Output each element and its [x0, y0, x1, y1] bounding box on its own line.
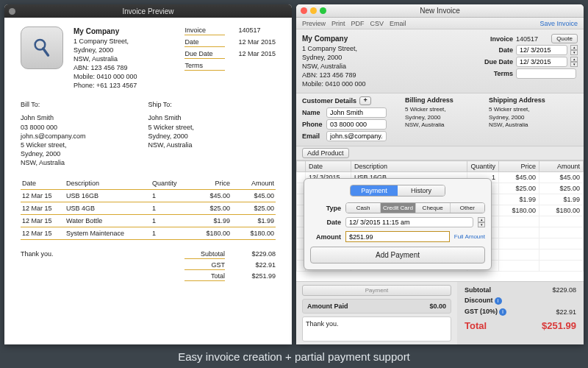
- tab-history: History: [398, 185, 445, 196]
- customer-name-input[interactable]: [326, 107, 387, 118]
- toolbar-csv[interactable]: CSV: [370, 20, 384, 27]
- date-input[interactable]: [516, 45, 567, 55]
- editor-titlebar: New Invoice: [296, 4, 584, 18]
- close-icon[interactable]: [301, 7, 307, 14]
- editor-company-info: My Company 1 Company Street,Sydney, 2000…: [302, 34, 366, 88]
- add-payment-button[interactable]: Add Payment: [310, 247, 485, 263]
- preview-titlebar: Invoice Preview: [4, 4, 292, 18]
- summary-panel: Subtotal$229.08 Discounti GST (10%)i$22.…: [457, 282, 584, 344]
- terms-input[interactable]: [516, 68, 576, 79]
- payment-section-tab[interactable]: Payment: [302, 285, 451, 296]
- full-amount-link[interactable]: Full Amount: [454, 233, 485, 240]
- zoom-icon[interactable]: [320, 7, 326, 14]
- minimize-icon[interactable]: [310, 7, 317, 14]
- toolbar-pdf[interactable]: PDF: [351, 20, 365, 27]
- invoice-number: 140517: [516, 35, 538, 43]
- editor-title: New Invoice: [420, 7, 459, 15]
- tab-payment: Payment: [351, 185, 398, 196]
- bill-to: Bill To: John Smith03 8000 000john.s@com…: [21, 100, 148, 167]
- editor-toolbar: Preview Print PDF CSV Email Save Invoice: [296, 18, 584, 29]
- company-info: My Company 1 Company Street, Sydney, 200…: [74, 26, 137, 90]
- customer-phone-input[interactable]: [326, 119, 387, 130]
- payment-type-segment[interactable]: CashCredit CardChequeOther: [345, 202, 485, 213]
- preview-title: Invoice Preview: [122, 7, 173, 15]
- toolbar-preview[interactable]: Preview: [302, 20, 326, 27]
- svg-line-1: [43, 49, 49, 55]
- marketing-caption: Easy invoice creation + partial payment …: [0, 344, 588, 363]
- company-logo: [21, 26, 63, 69]
- quote-button[interactable]: Quote: [551, 34, 578, 43]
- totals: Subtotal$229.08 GST$22.91 Total$251.99: [184, 250, 276, 283]
- line-items-table: DateDescriptionQuantityPriceAmount 12 Ma…: [21, 177, 276, 240]
- due-date-input[interactable]: [516, 57, 567, 67]
- toolbar-email[interactable]: Email: [390, 20, 406, 27]
- billing-address: 5 Wicker street,Sydney, 2000NSW, Austral…: [405, 106, 478, 129]
- thank-you: Thank you.: [21, 250, 54, 283]
- toolbar-print[interactable]: Print: [331, 20, 345, 27]
- info-icon[interactable]: i: [499, 308, 506, 316]
- customer-email-input[interactable]: [326, 131, 387, 141]
- add-product-button[interactable]: Add Product: [302, 148, 349, 158]
- payment-date-stepper[interactable]: ▴▾: [478, 217, 485, 227]
- save-invoice-button[interactable]: Save Invoice: [539, 20, 578, 27]
- payment-date-input[interactable]: [345, 217, 473, 227]
- ship-to: Ship To: John Smith5 Wicker street,Sydne…: [148, 100, 276, 167]
- invoice-note[interactable]: Thank you.: [302, 316, 451, 342]
- payment-history-tabs[interactable]: Payment History: [350, 185, 445, 197]
- payment-amount-input[interactable]: [345, 231, 450, 242]
- close-icon[interactable]: [9, 8, 15, 15]
- date-stepper[interactable]: ▴▾: [570, 45, 578, 55]
- shipping-address: 5 Wicker street,Sydney, 2000NSW, Austral…: [489, 106, 562, 129]
- amount-paid: Amount Paid$0.00: [302, 299, 451, 314]
- add-customer-button[interactable]: +: [359, 96, 371, 105]
- invoice-meta: Invoice140517 Date12 Mar 2015 Due Date12…: [184, 26, 276, 90]
- payment-popover: Payment History Type CashCredit CardCheq…: [304, 178, 492, 270]
- due-stepper[interactable]: ▴▾: [570, 57, 578, 67]
- info-icon[interactable]: i: [495, 297, 502, 305]
